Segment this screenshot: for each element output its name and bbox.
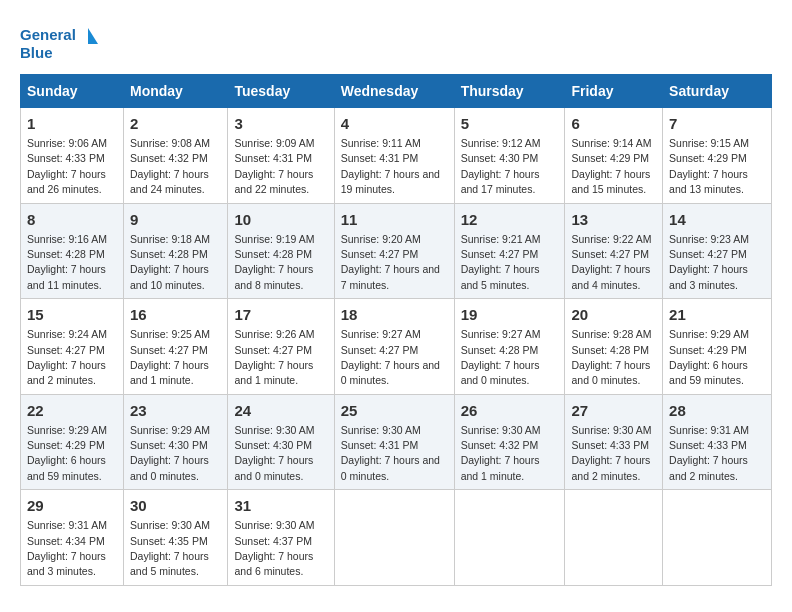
day-number: 12 <box>461 209 559 230</box>
day-info: Sunrise: 9:29 AMSunset: 4:29 PMDaylight:… <box>669 328 749 386</box>
week-row-3: 15Sunrise: 9:24 AMSunset: 4:27 PMDayligh… <box>21 299 772 395</box>
day-info: Sunrise: 9:06 AMSunset: 4:33 PMDaylight:… <box>27 137 107 195</box>
day-info: Sunrise: 9:09 AMSunset: 4:31 PMDaylight:… <box>234 137 314 195</box>
day-info: Sunrise: 9:15 AMSunset: 4:29 PMDaylight:… <box>669 137 749 195</box>
day-number: 25 <box>341 400 448 421</box>
calendar-cell: 3Sunrise: 9:09 AMSunset: 4:31 PMDaylight… <box>228 108 334 204</box>
day-number: 3 <box>234 113 327 134</box>
day-number: 17 <box>234 304 327 325</box>
day-number: 26 <box>461 400 559 421</box>
day-number: 18 <box>341 304 448 325</box>
week-row-4: 22Sunrise: 9:29 AMSunset: 4:29 PMDayligh… <box>21 394 772 490</box>
day-info: Sunrise: 9:30 AMSunset: 4:37 PMDaylight:… <box>234 519 314 577</box>
calendar-cell: 22Sunrise: 9:29 AMSunset: 4:29 PMDayligh… <box>21 394 124 490</box>
day-number: 20 <box>571 304 656 325</box>
calendar-cell: 11Sunrise: 9:20 AMSunset: 4:27 PMDayligh… <box>334 203 454 299</box>
calendar-table: SundayMondayTuesdayWednesdayThursdayFrid… <box>20 74 772 586</box>
calendar-cell: 28Sunrise: 9:31 AMSunset: 4:33 PMDayligh… <box>663 394 772 490</box>
logo: General Blue <box>20 20 100 64</box>
day-info: Sunrise: 9:12 AMSunset: 4:30 PMDaylight:… <box>461 137 541 195</box>
header-cell-saturday: Saturday <box>663 75 772 108</box>
calendar-cell: 30Sunrise: 9:30 AMSunset: 4:35 PMDayligh… <box>124 490 228 586</box>
day-info: Sunrise: 9:27 AMSunset: 4:28 PMDaylight:… <box>461 328 541 386</box>
header-cell-monday: Monday <box>124 75 228 108</box>
day-info: Sunrise: 9:27 AMSunset: 4:27 PMDaylight:… <box>341 328 440 386</box>
day-number: 13 <box>571 209 656 230</box>
day-number: 11 <box>341 209 448 230</box>
week-row-5: 29Sunrise: 9:31 AMSunset: 4:34 PMDayligh… <box>21 490 772 586</box>
day-number: 19 <box>461 304 559 325</box>
day-info: Sunrise: 9:20 AMSunset: 4:27 PMDaylight:… <box>341 233 440 291</box>
day-info: Sunrise: 9:30 AMSunset: 4:31 PMDaylight:… <box>341 424 440 482</box>
day-number: 31 <box>234 495 327 516</box>
day-info: Sunrise: 9:31 AMSunset: 4:34 PMDaylight:… <box>27 519 107 577</box>
calendar-cell: 27Sunrise: 9:30 AMSunset: 4:33 PMDayligh… <box>565 394 663 490</box>
calendar-cell: 17Sunrise: 9:26 AMSunset: 4:27 PMDayligh… <box>228 299 334 395</box>
calendar-cell: 8Sunrise: 9:16 AMSunset: 4:28 PMDaylight… <box>21 203 124 299</box>
calendar-cell: 13Sunrise: 9:22 AMSunset: 4:27 PMDayligh… <box>565 203 663 299</box>
calendar-cell: 15Sunrise: 9:24 AMSunset: 4:27 PMDayligh… <box>21 299 124 395</box>
day-info: Sunrise: 9:19 AMSunset: 4:28 PMDaylight:… <box>234 233 314 291</box>
header-cell-wednesday: Wednesday <box>334 75 454 108</box>
week-row-1: 1Sunrise: 9:06 AMSunset: 4:33 PMDaylight… <box>21 108 772 204</box>
calendar-cell: 21Sunrise: 9:29 AMSunset: 4:29 PMDayligh… <box>663 299 772 395</box>
calendar-cell: 19Sunrise: 9:27 AMSunset: 4:28 PMDayligh… <box>454 299 565 395</box>
header-cell-thursday: Thursday <box>454 75 565 108</box>
header-row: SundayMondayTuesdayWednesdayThursdayFrid… <box>21 75 772 108</box>
week-row-2: 8Sunrise: 9:16 AMSunset: 4:28 PMDaylight… <box>21 203 772 299</box>
calendar-cell: 12Sunrise: 9:21 AMSunset: 4:27 PMDayligh… <box>454 203 565 299</box>
day-info: Sunrise: 9:29 AMSunset: 4:30 PMDaylight:… <box>130 424 210 482</box>
calendar-cell: 26Sunrise: 9:30 AMSunset: 4:32 PMDayligh… <box>454 394 565 490</box>
calendar-cell <box>565 490 663 586</box>
calendar-cell: 16Sunrise: 9:25 AMSunset: 4:27 PMDayligh… <box>124 299 228 395</box>
day-number: 9 <box>130 209 221 230</box>
calendar-cell: 24Sunrise: 9:30 AMSunset: 4:30 PMDayligh… <box>228 394 334 490</box>
day-number: 8 <box>27 209 117 230</box>
day-number: 27 <box>571 400 656 421</box>
day-info: Sunrise: 9:21 AMSunset: 4:27 PMDaylight:… <box>461 233 541 291</box>
calendar-cell: 7Sunrise: 9:15 AMSunset: 4:29 PMDaylight… <box>663 108 772 204</box>
calendar-cell: 4Sunrise: 9:11 AMSunset: 4:31 PMDaylight… <box>334 108 454 204</box>
header-cell-friday: Friday <box>565 75 663 108</box>
calendar-cell: 31Sunrise: 9:30 AMSunset: 4:37 PMDayligh… <box>228 490 334 586</box>
calendar-cell: 18Sunrise: 9:27 AMSunset: 4:27 PMDayligh… <box>334 299 454 395</box>
day-number: 10 <box>234 209 327 230</box>
day-number: 23 <box>130 400 221 421</box>
calendar-cell: 25Sunrise: 9:30 AMSunset: 4:31 PMDayligh… <box>334 394 454 490</box>
day-number: 21 <box>669 304 765 325</box>
day-number: 4 <box>341 113 448 134</box>
calendar-cell: 1Sunrise: 9:06 AMSunset: 4:33 PMDaylight… <box>21 108 124 204</box>
calendar-cell <box>663 490 772 586</box>
day-info: Sunrise: 9:11 AMSunset: 4:31 PMDaylight:… <box>341 137 440 195</box>
day-info: Sunrise: 9:28 AMSunset: 4:28 PMDaylight:… <box>571 328 651 386</box>
calendar-cell: 20Sunrise: 9:28 AMSunset: 4:28 PMDayligh… <box>565 299 663 395</box>
calendar-cell: 5Sunrise: 9:12 AMSunset: 4:30 PMDaylight… <box>454 108 565 204</box>
day-info: Sunrise: 9:31 AMSunset: 4:33 PMDaylight:… <box>669 424 749 482</box>
day-number: 7 <box>669 113 765 134</box>
svg-text:General: General <box>20 26 76 43</box>
day-info: Sunrise: 9:23 AMSunset: 4:27 PMDaylight:… <box>669 233 749 291</box>
header-cell-tuesday: Tuesday <box>228 75 334 108</box>
calendar-cell: 6Sunrise: 9:14 AMSunset: 4:29 PMDaylight… <box>565 108 663 204</box>
day-number: 15 <box>27 304 117 325</box>
day-info: Sunrise: 9:14 AMSunset: 4:29 PMDaylight:… <box>571 137 651 195</box>
calendar-cell: 10Sunrise: 9:19 AMSunset: 4:28 PMDayligh… <box>228 203 334 299</box>
page-header: General Blue <box>20 20 772 64</box>
calendar-cell: 29Sunrise: 9:31 AMSunset: 4:34 PMDayligh… <box>21 490 124 586</box>
calendar-cell: 2Sunrise: 9:08 AMSunset: 4:32 PMDaylight… <box>124 108 228 204</box>
day-number: 14 <box>669 209 765 230</box>
day-number: 2 <box>130 113 221 134</box>
day-number: 30 <box>130 495 221 516</box>
day-info: Sunrise: 9:30 AMSunset: 4:33 PMDaylight:… <box>571 424 651 482</box>
svg-text:Blue: Blue <box>20 44 53 61</box>
day-number: 5 <box>461 113 559 134</box>
day-number: 1 <box>27 113 117 134</box>
calendar-cell: 14Sunrise: 9:23 AMSunset: 4:27 PMDayligh… <box>663 203 772 299</box>
calendar-cell: 23Sunrise: 9:29 AMSunset: 4:30 PMDayligh… <box>124 394 228 490</box>
calendar-cell <box>334 490 454 586</box>
day-number: 6 <box>571 113 656 134</box>
day-number: 22 <box>27 400 117 421</box>
day-number: 28 <box>669 400 765 421</box>
day-info: Sunrise: 9:30 AMSunset: 4:35 PMDaylight:… <box>130 519 210 577</box>
day-info: Sunrise: 9:30 AMSunset: 4:30 PMDaylight:… <box>234 424 314 482</box>
